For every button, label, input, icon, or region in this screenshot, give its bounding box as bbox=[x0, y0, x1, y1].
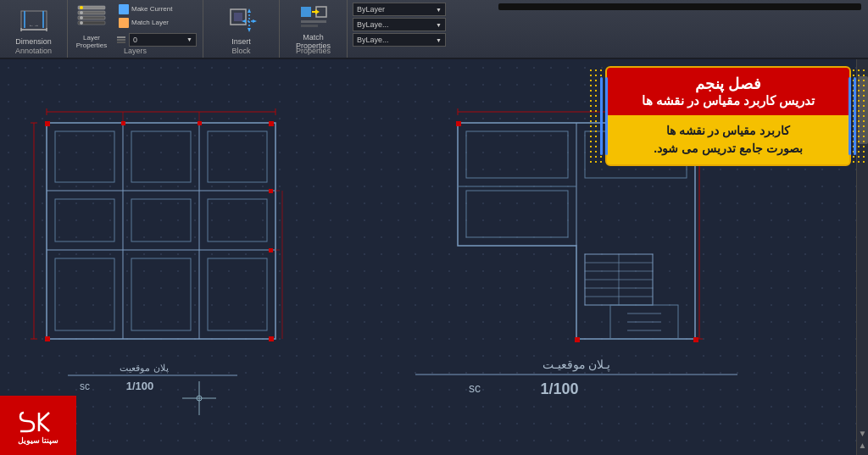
svg-rect-41 bbox=[131, 199, 191, 241]
layers-section: Layer Properties Make Current Match Laye… bbox=[68, 0, 203, 58]
svg-rect-47 bbox=[269, 121, 274, 126]
svg-rect-52 bbox=[269, 189, 273, 193]
info-body: کاربرد مقیاس در نقشه ها بصورت جامع تدریس… bbox=[607, 115, 849, 164]
insert-button[interactable]: Insert bbox=[222, 3, 261, 47]
layer-icon-small bbox=[116, 35, 126, 45]
insert-section: Insert Block bbox=[203, 0, 280, 58]
bylayer-dropdown-2[interactable]: ByLaye... ▼ bbox=[353, 18, 446, 31]
svg-text:پلان موقعیت: پلان موقعیت bbox=[120, 363, 168, 374]
svg-rect-53 bbox=[269, 248, 273, 252]
svg-rect-90 bbox=[575, 337, 580, 342]
svg-point-13 bbox=[80, 16, 83, 19]
svg-rect-17 bbox=[117, 42, 125, 43]
dimension-button[interactable]: ←→ Dimension bbox=[12, 3, 55, 47]
svg-rect-51 bbox=[198, 121, 202, 125]
svg-marker-25 bbox=[253, 19, 257, 23]
svg-rect-40 bbox=[55, 199, 114, 241]
svg-rect-26 bbox=[301, 7, 311, 17]
match-layer-button[interactable]: Match Layer bbox=[116, 17, 197, 29]
info-title-line1: فصل پنجم bbox=[617, 75, 839, 93]
svg-text:1/100: 1/100 bbox=[126, 380, 154, 392]
match-properties-button[interactable]: Match Properties bbox=[292, 0, 334, 52]
svg-rect-30 bbox=[301, 20, 326, 23]
svg-marker-23 bbox=[248, 28, 251, 32]
bylayer-dropdown-1[interactable]: ByLayer ▼ bbox=[353, 3, 446, 16]
layer-name-row: 0 ▼ bbox=[116, 33, 197, 47]
svg-text:sc: sc bbox=[80, 380, 90, 392]
logo-area: سپنتا سیویل bbox=[0, 396, 76, 455]
cad-area: پلان موقعیت sc 1/100 bbox=[0, 59, 868, 455]
svg-rect-48 bbox=[45, 336, 50, 341]
svg-rect-38 bbox=[131, 131, 191, 182]
svg-point-11 bbox=[80, 6, 83, 9]
dimension-label: Dimension bbox=[15, 37, 52, 46]
svg-text:پـلان موقعیـت: پـلان موقعیـت bbox=[542, 358, 611, 372]
bylayer-row-2: ByLaye... ▼ bbox=[353, 18, 487, 31]
blue-lines-left bbox=[600, 77, 608, 154]
svg-rect-74 bbox=[466, 131, 568, 178]
bylayer-dropdown-3[interactable]: ByLaye... ▼ bbox=[353, 33, 446, 47]
svg-rect-19 bbox=[234, 13, 242, 21]
info-title-line2: تدریس کاربرد مقیاس در نقشه ها bbox=[617, 93, 839, 108]
svg-rect-43 bbox=[55, 258, 114, 330]
info-body-text: کاربرد مقیاس در نقشه ها بصورت جامع تدریس… bbox=[617, 122, 839, 158]
layers-tab-label: Layers bbox=[124, 47, 147, 55]
logo-icon bbox=[17, 407, 59, 436]
layer-sub-buttons: Make Current Match Layer 0 ▼ bbox=[116, 3, 197, 47]
svg-rect-49 bbox=[269, 336, 274, 341]
svg-point-14 bbox=[80, 21, 83, 25]
svg-rect-42 bbox=[208, 199, 267, 241]
toolbar: ←→ Dimension Annotation Layer Prope bbox=[0, 0, 868, 59]
svg-rect-75 bbox=[466, 191, 568, 237]
blue-lines-right bbox=[849, 77, 856, 154]
svg-rect-15 bbox=[117, 36, 125, 38]
match-section: Match Properties Properties bbox=[280, 0, 348, 58]
bylayer-row-1: ByLayer ▼ bbox=[353, 3, 487, 16]
annotation-tab-label: Annotation bbox=[15, 47, 52, 55]
svg-rect-32 bbox=[47, 123, 275, 339]
logo-text: سپنتا سیویل bbox=[18, 436, 59, 445]
svg-rect-46 bbox=[45, 121, 50, 126]
scroll-up-arrow[interactable]: ▲ bbox=[859, 441, 867, 450]
layer-properties-button[interactable]: Layer Properties bbox=[74, 0, 109, 51]
scroll-down-arrow[interactable]: ▼ bbox=[859, 429, 867, 438]
svg-text:1/100: 1/100 bbox=[540, 380, 578, 397]
svg-line-103 bbox=[39, 413, 49, 422]
svg-rect-50 bbox=[121, 121, 125, 125]
info-header: فصل پنجم تدریس کاربرد مقیاس در نقشه ها bbox=[607, 68, 849, 115]
svg-rect-91 bbox=[693, 337, 698, 342]
properties-dropdowns-section: ByLayer ▼ ByLaye... ▼ ByLaye... ▼ bbox=[348, 0, 492, 58]
make-current-button[interactable]: Make Current bbox=[116, 3, 197, 15]
svg-rect-44 bbox=[131, 258, 191, 330]
right-toolbar-area bbox=[492, 0, 868, 58]
layer-properties-label: Layer Properties bbox=[76, 34, 107, 49]
svg-line-104 bbox=[39, 422, 49, 431]
insert-label: Insert bbox=[231, 37, 251, 46]
layer-dropdown[interactable]: 0 ▼ bbox=[129, 33, 197, 47]
dimension-section: ←→ Dimension Annotation bbox=[0, 0, 68, 58]
svg-point-12 bbox=[80, 11, 83, 14]
svg-text:sc: sc bbox=[469, 381, 481, 395]
logo-svg bbox=[17, 408, 59, 435]
svg-rect-31 bbox=[301, 25, 318, 27]
svg-rect-16 bbox=[117, 39, 125, 41]
svg-marker-22 bbox=[248, 8, 251, 13]
block-tab-label: Block bbox=[231, 47, 250, 55]
svg-rect-37 bbox=[55, 131, 114, 182]
black-bar bbox=[498, 3, 861, 10]
svg-text:←→: ←→ bbox=[29, 23, 39, 28]
svg-rect-39 bbox=[208, 131, 267, 182]
svg-rect-88 bbox=[456, 121, 461, 126]
info-overlay: فصل پنجم تدریس کاربرد مقیاس در نقشه ها ک… bbox=[605, 66, 851, 166]
svg-rect-45 bbox=[208, 258, 267, 330]
properties-tab-label: Properties bbox=[296, 47, 331, 55]
bylayer-row-3: ByLaye... ▼ bbox=[353, 33, 487, 47]
svg-marker-29 bbox=[315, 9, 320, 14]
